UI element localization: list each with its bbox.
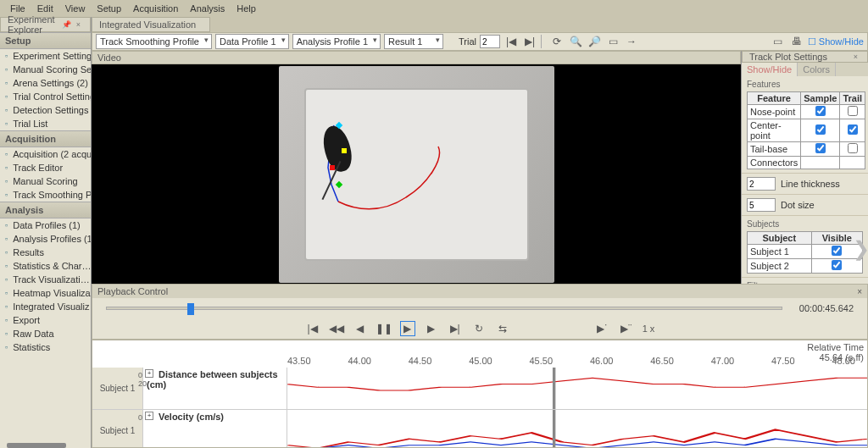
track-plot-settings: Track Plot Settings× Show/Hide Colors Fe… (741, 51, 868, 284)
side-item[interactable]: Track Visualizati… (0, 273, 91, 286)
step-fwd-icon[interactable]: ▶ (424, 321, 439, 336)
window-icon[interactable]: ▭ (771, 34, 786, 49)
close-icon[interactable]: × (74, 20, 83, 29)
side-item[interactable]: Statistics & Char… (0, 259, 91, 273)
side-item[interactable]: Data Profiles (1) (0, 218, 91, 232)
chart-row: Subject 1+Velocity (cm/s)0 (92, 410, 867, 448)
play-icon[interactable]: ▶ (400, 321, 415, 336)
side-item[interactable]: Arena Settings (2) (0, 76, 91, 90)
side-item[interactable]: Manual Scoring Settin… (0, 63, 91, 76)
menu-acquisition[interactable]: Acquisition (128, 2, 183, 15)
combo-analysisprofile[interactable]: Analysis Profile 1 (292, 34, 381, 49)
expand-icon[interactable]: + (145, 412, 153, 420)
side-group[interactable]: Analysis (0, 202, 91, 218)
feature-trail-check[interactable] (848, 143, 858, 153)
speed-up-icon[interactable]: ▶¨ (619, 321, 634, 336)
feature-sample-check[interactable] (815, 124, 826, 135)
side-item[interactable]: Detection Settings (… (0, 103, 91, 117)
close-icon[interactable]: × (851, 53, 860, 61)
playback-title: Playback Control (97, 286, 168, 296)
tab-showhide[interactable]: Show/Hide (742, 63, 798, 76)
side-item[interactable]: Raw Data (0, 327, 91, 340)
center-point-marker (342, 148, 347, 153)
step-back-icon[interactable]: ◀ (353, 321, 368, 336)
expand-arrow-icon[interactable]: ❯ (853, 237, 868, 261)
subject-visible-check[interactable] (832, 260, 842, 270)
menu-edit[interactable]: Edit (32, 2, 58, 15)
playback-slider[interactable] (106, 307, 782, 310)
line-thickness-input[interactable] (747, 177, 776, 191)
side-item[interactable]: Track Smoothing Profi… (0, 188, 91, 202)
last-trial-icon[interactable]: ▶| (522, 34, 537, 49)
x-axis-ticks: 43.5044.0044.5045.0045.5046.0046.5047.00… (287, 356, 855, 368)
vis-tab[interactable]: Integrated Visualization (92, 17, 210, 32)
rewind-icon[interactable]: ◀◀ (329, 321, 344, 336)
side-item[interactable]: Results (0, 246, 91, 259)
playback-speed: 1 x (643, 324, 655, 334)
features-table: FeatureSampleTrail Nose-pointCenter-poin… (747, 91, 865, 169)
print-icon[interactable]: 🖶 (789, 34, 804, 49)
chart-row: Subject 1+Distance between subjects (cm)… (92, 368, 867, 410)
menu-help[interactable]: Help (231, 2, 261, 15)
sync-icon[interactable]: ⇆ (495, 321, 510, 336)
zoom-out-icon[interactable]: 🔎 (587, 34, 602, 49)
feature-row: Nose-point (748, 105, 865, 119)
subject-row: Subject 2 (748, 259, 863, 274)
side-item[interactable]: Export (0, 313, 91, 327)
pin-icon[interactable]: 📌 (59, 20, 74, 29)
loop-icon[interactable]: ↻ (471, 321, 487, 336)
fit-icon[interactable]: ▭ (605, 34, 620, 49)
menu-file[interactable]: File (5, 2, 31, 15)
combo-dataprofile[interactable]: Data Profile 1 (215, 34, 289, 49)
playback-time: 00:00:45.642 (799, 303, 854, 313)
extra-marker (335, 180, 342, 187)
side-item[interactable]: Analysis Profiles (1) (0, 232, 91, 246)
menubar[interactable]: File Edit View Setup Acquisition Analysi… (0, 0, 868, 17)
side-item[interactable]: Experiment Settings (0, 49, 91, 63)
side-group[interactable]: Acquisition (0, 130, 91, 147)
side-item[interactable]: Manual Scoring (0, 174, 91, 188)
side-item[interactable]: Trial Control Settings … (0, 90, 91, 103)
side-group[interactable]: Setup (0, 32, 91, 49)
menu-setup[interactable]: Setup (92, 2, 126, 15)
menu-view[interactable]: View (60, 2, 91, 15)
tab-colors[interactable]: Colors (798, 63, 836, 76)
showhide-link[interactable]: ☐ Show/Hide (808, 36, 864, 47)
combo-result[interactable]: Result 1 (384, 34, 443, 49)
zoom-in-icon[interactable]: 🔍 (568, 34, 583, 49)
video-viewport[interactable] (92, 64, 741, 284)
pause-icon[interactable]: ❚❚ (376, 321, 392, 336)
skip-start-icon[interactable]: |◀ (305, 321, 320, 336)
feature-trail-check[interactable] (848, 124, 858, 135)
playback-control: Playback Control× 00:00:45.642 |◀ ◀◀ ◀ ❚… (92, 284, 868, 340)
bottom-scroll-handle[interactable] (7, 443, 66, 448)
speed-down-icon[interactable]: ▶˙ (595, 321, 610, 336)
subject-row: Subject 1 (748, 245, 863, 259)
explorer-title-tab: Experiment Explorer 📌 × (0, 17, 91, 32)
trial-label: Trial (459, 36, 476, 47)
vis-tab-label: Integrated Visualization (99, 19, 196, 30)
side-item[interactable]: Heatmap Visualiza… (0, 286, 91, 300)
snapshot-icon[interactable]: → (624, 34, 639, 49)
subject-blob (318, 113, 369, 189)
side-item[interactable]: Integrated Visualiz… (0, 300, 91, 313)
menu-analysis[interactable]: Analysis (185, 2, 230, 15)
features-heading: Features (747, 80, 863, 89)
refresh-icon[interactable]: ⟳ (549, 34, 565, 49)
first-trial-icon[interactable]: |◀ (504, 34, 519, 49)
feature-sample-check[interactable] (815, 143, 826, 153)
side-item[interactable]: Statistics (0, 340, 91, 354)
side-item[interactable]: Track Editor (0, 161, 91, 174)
dot-size-input[interactable] (747, 198, 776, 212)
side-item[interactable]: Trial List (0, 117, 91, 130)
close-icon[interactable]: × (857, 287, 862, 296)
side-item[interactable]: Acquisition (2 acquire… (0, 147, 91, 161)
skip-end-icon[interactable]: ▶| (448, 321, 463, 336)
combo-smoothing[interactable]: Track Smoothing Profile (96, 34, 212, 49)
subject-visible-check[interactable] (832, 246, 842, 256)
playback-thumb[interactable] (187, 303, 194, 315)
feature-sample-check[interactable] (815, 106, 826, 116)
trial-number[interactable] (480, 35, 500, 48)
subjects-table: SubjectVisible Subject 1Subject 2 (747, 231, 863, 274)
feature-trail-check[interactable] (848, 106, 858, 116)
